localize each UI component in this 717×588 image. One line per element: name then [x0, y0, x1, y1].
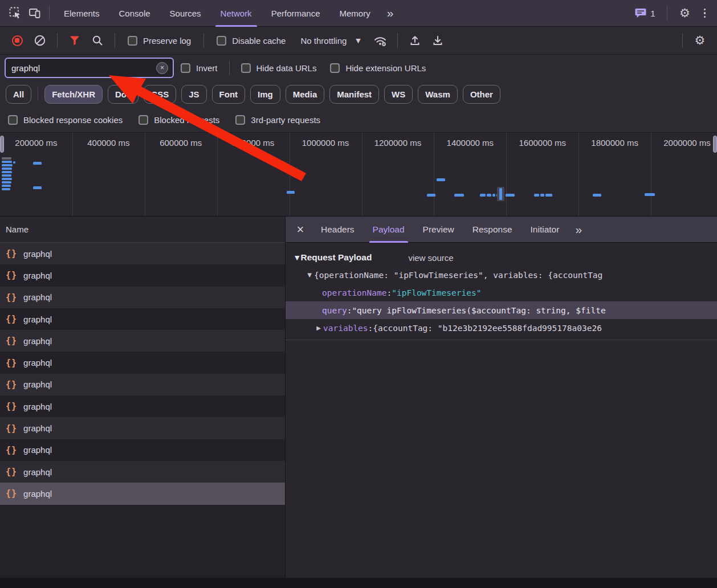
request-payload-title: Request Payload [300, 252, 372, 263]
detail-tab-response[interactable]: Response [463, 217, 522, 243]
checkbox [138, 115, 148, 125]
view-source-link[interactable]: view source [408, 253, 453, 263]
request-row[interactable]: {}graphql [0, 352, 285, 373]
network-conditions-icon[interactable] [370, 31, 390, 50]
type-chip-all[interactable]: All [6, 85, 31, 104]
detail-tab-bar: × HeadersPayloadPreviewResponseInitiator… [286, 217, 717, 243]
request-row[interactable]: {}graphql [0, 374, 285, 395]
timeline-gridline [290, 133, 290, 216]
request-row[interactable]: {}graphql [0, 417, 285, 439]
checkbox [8, 115, 18, 125]
waterfall-request-bar [454, 194, 464, 197]
tab-performance[interactable]: Performance [262, 0, 330, 27]
disable-cache-checkbox[interactable]: Disable cache [211, 36, 291, 46]
kebab-menu-icon[interactable] [698, 9, 712, 18]
type-chip-img[interactable]: Img [250, 85, 280, 104]
more-detail-tabs-icon[interactable]: » [568, 223, 588, 236]
request-name: graphql [23, 489, 52, 499]
section-collapse-icon[interactable]: ▼ [295, 254, 299, 262]
settings-gear-icon[interactable]: ⚙ [675, 3, 695, 23]
request-row[interactable]: {}graphql [0, 439, 285, 461]
search-icon[interactable] [87, 31, 108, 50]
issues-button[interactable]: 1 [632, 8, 658, 18]
network-overview-timeline[interactable]: 200000 ms400000 ms600000 ms800000 ms1000… [0, 132, 717, 217]
blocked-filters-row: Blocked response cookies Blocked request… [0, 107, 717, 132]
type-chip-fetch-xhr[interactable]: Fetch/XHR [44, 85, 103, 104]
detail-tab-payload[interactable]: Payload [364, 217, 414, 243]
import-har-icon[interactable] [405, 31, 425, 50]
request-name: graphql [23, 271, 52, 280]
clear-network-log-icon[interactable] [30, 31, 50, 50]
detail-tab-preview[interactable]: Preview [414, 217, 463, 243]
record-button[interactable] [7, 31, 27, 50]
disclosure-open-icon[interactable]: ▼ [305, 272, 314, 278]
timeline-tick-label: 400000 ms [72, 137, 145, 149]
request-row[interactable]: {}graphql [0, 243, 285, 264]
request-row[interactable]: {}graphql [0, 287, 285, 308]
payload-panel: ▼ Request Payload view source ▼ {operati… [286, 243, 717, 588]
filter-input[interactable] [11, 63, 156, 73]
request-row[interactable]: {}graphql [0, 461, 285, 483]
clear-filter-icon[interactable]: × [156, 62, 168, 74]
inspect-element-icon[interactable] [6, 3, 25, 23]
operation-name-row[interactable]: operationName: "ipFlowTimeseries" [286, 284, 717, 301]
blocked-response-cookies-checkbox[interactable]: Blocked response cookies [2, 115, 128, 125]
detail-tab-initiator[interactable]: Initiator [522, 217, 569, 243]
timeline-gridline [72, 133, 73, 216]
tab-console[interactable]: Console [109, 0, 160, 27]
export-har-icon[interactable] [427, 31, 448, 50]
request-row[interactable]: {}graphql [0, 264, 285, 286]
type-chip-css[interactable]: CSS [144, 85, 176, 104]
type-chip-ws[interactable]: WS [384, 85, 413, 104]
detail-tab-headers[interactable]: Headers [312, 217, 364, 243]
request-row[interactable]: {}graphql [0, 395, 285, 417]
tab-elements[interactable]: Elements [54, 0, 109, 27]
tab-sources[interactable]: Sources [160, 0, 211, 27]
filter-input-box[interactable]: × [5, 58, 174, 78]
type-chip-doc[interactable]: Doc [108, 85, 138, 104]
tab-memory[interactable]: Memory [330, 0, 380, 27]
type-chip-media[interactable]: Media [286, 85, 325, 104]
type-chip-font[interactable]: Font [212, 85, 245, 104]
name-column-label: Name [6, 224, 28, 234]
payload-key: operationName [322, 288, 387, 297]
waterfall-request-bar [506, 194, 515, 197]
chevron-down-icon: ▼ [356, 37, 360, 44]
hide-data-urls-checkbox[interactable]: Hide data URLs [234, 63, 324, 73]
tab-network[interactable]: Network [211, 0, 262, 27]
invert-checkbox[interactable]: Invert [174, 63, 225, 73]
blocked-requests-label: Blocked requests [154, 115, 219, 125]
device-toolbar-icon[interactable] [25, 3, 44, 23]
query-row-selected[interactable]: query: "query ipFlowTimeseries($accountT… [286, 301, 717, 319]
payload-key: variables [323, 324, 368, 333]
request-name: graphql [23, 292, 52, 302]
disclosure-closed-icon[interactable]: ▶ [314, 325, 323, 331]
variables-row[interactable]: ▶ variables: {accountTag: "b12e3b2192ee5… [286, 319, 717, 337]
throttling-dropdown[interactable]: No throttling ▼ [294, 36, 367, 46]
name-column-header[interactable]: Name [0, 217, 285, 243]
request-row[interactable]: {}graphql [0, 483, 285, 504]
checkbox [241, 63, 251, 73]
more-tabs-icon[interactable]: » [380, 6, 400, 20]
filter-funnel-icon[interactable] [64, 31, 85, 50]
type-chip-manifest[interactable]: Manifest [329, 85, 379, 104]
request-name: graphql [23, 445, 52, 455]
hide-extension-urls-label: Hide extension URLs [345, 63, 426, 73]
close-details-icon[interactable]: × [289, 217, 312, 243]
request-row[interactable]: {}graphql [0, 308, 285, 330]
type-chip-wasm[interactable]: Wasm [418, 85, 458, 104]
timeline-gridline [506, 133, 507, 216]
third-party-requests-checkbox[interactable]: 3rd-party requests [230, 115, 326, 125]
divider [667, 6, 667, 21]
preserve-log-checkbox[interactable]: Preserve log [122, 36, 197, 46]
type-chip-js[interactable]: JS [181, 85, 206, 104]
network-settings-gear-icon[interactable]: ⚙ [690, 31, 710, 50]
request-row[interactable]: {}graphql [0, 330, 285, 352]
divider [286, 340, 717, 340]
hide-extension-urls-checkbox[interactable]: Hide extension URLs [323, 63, 433, 73]
type-chip-other[interactable]: Other [463, 85, 500, 104]
payload-summary-row[interactable]: ▼ {operationName: "ipFlowTimeseries", va… [286, 266, 717, 284]
payload-key: query [322, 306, 347, 315]
blocked-requests-checkbox[interactable]: Blocked requests [133, 115, 225, 125]
timeline-tick-label: 800000 ms [217, 137, 290, 149]
